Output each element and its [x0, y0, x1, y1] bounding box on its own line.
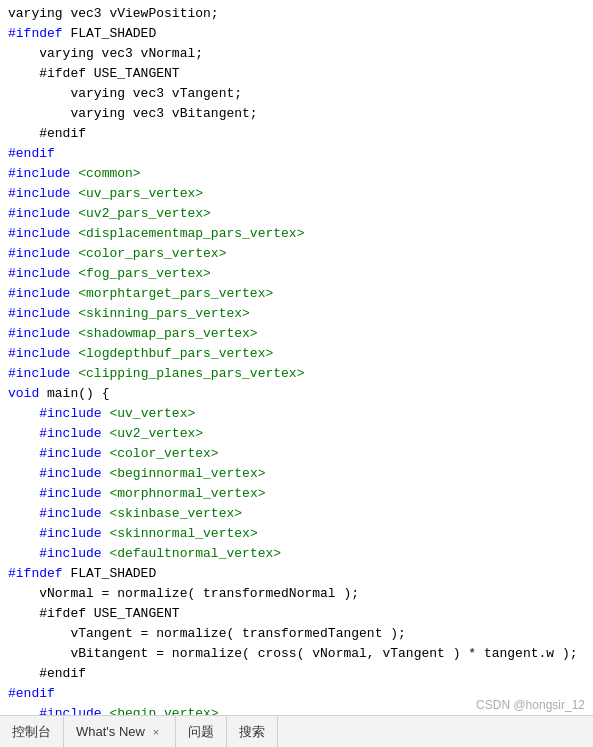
tab-label-issues: 问题	[188, 723, 214, 741]
tab-bar: 控制台What's New×问题搜索	[0, 715, 593, 747]
code-line: #ifndef FLAT_SHADED	[8, 564, 585, 584]
code-line: #include <skinning_pars_vertex>	[8, 304, 585, 324]
tab-search[interactable]: 搜索	[227, 716, 278, 747]
code-line: #include <displacementmap_pars_vertex>	[8, 224, 585, 244]
tab-whats-new[interactable]: What's New×	[64, 716, 176, 747]
tab-label-console: 控制台	[12, 723, 51, 741]
code-line: #include <morphnormal_vertex>	[8, 484, 585, 504]
code-line: #include <defaultnormal_vertex>	[8, 544, 585, 564]
code-line: #include <skinnormal_vertex>	[8, 524, 585, 544]
code-line: vBitangent = normalize( cross( vNormal, …	[8, 644, 585, 664]
code-line: #include <skinbase_vertex>	[8, 504, 585, 524]
code-line: #include <uv2_vertex>	[8, 424, 585, 444]
code-line: #include <begin_vertex>	[8, 704, 585, 715]
code-line: void main() {	[8, 384, 585, 404]
code-line: #ifndef FLAT_SHADED	[8, 24, 585, 44]
tab-close-whats-new[interactable]: ×	[149, 725, 163, 739]
code-line: #ifdef USE_TANGENT	[8, 64, 585, 84]
code-line: vNormal = normalize( transformedNormal )…	[8, 584, 585, 604]
code-line: #ifdef USE_TANGENT	[8, 604, 585, 624]
code-line: #include <beginnormal_vertex>	[8, 464, 585, 484]
code-line: #endif	[8, 684, 585, 704]
code-line: #include <clipping_planes_pars_vertex>	[8, 364, 585, 384]
tab-console[interactable]: 控制台	[0, 716, 64, 747]
code-line: #include <morphtarget_pars_vertex>	[8, 284, 585, 304]
code-line: #endif	[8, 144, 585, 164]
code-line: #include <logdepthbuf_pars_vertex>	[8, 344, 585, 364]
code-line: #include <uv_pars_vertex>	[8, 184, 585, 204]
tab-issues[interactable]: 问题	[176, 716, 227, 747]
code-editor: varying vec3 vViewPosition;#ifndef FLAT_…	[0, 0, 593, 715]
code-line: #include <common>	[8, 164, 585, 184]
code-line: varying vec3 vTangent;	[8, 84, 585, 104]
code-line: #include <color_vertex>	[8, 444, 585, 464]
code-line: #include <uv_vertex>	[8, 404, 585, 424]
code-line: varying vec3 vBitangent;	[8, 104, 585, 124]
code-content: varying vec3 vViewPosition;#ifndef FLAT_…	[0, 4, 593, 715]
code-line: #include <shadowmap_pars_vertex>	[8, 324, 585, 344]
code-line: #include <uv2_pars_vertex>	[8, 204, 585, 224]
tab-label-search: 搜索	[239, 723, 265, 741]
code-line: varying vec3 vViewPosition;	[8, 4, 585, 24]
tab-label-whats-new: What's New	[76, 724, 145, 739]
code-line: #endif	[8, 664, 585, 684]
code-line: #include <color_pars_vertex>	[8, 244, 585, 264]
code-line: #include <fog_pars_vertex>	[8, 264, 585, 284]
code-line: varying vec3 vNormal;	[8, 44, 585, 64]
code-line: vTangent = normalize( transformedTangent…	[8, 624, 585, 644]
code-line: #endif	[8, 124, 585, 144]
